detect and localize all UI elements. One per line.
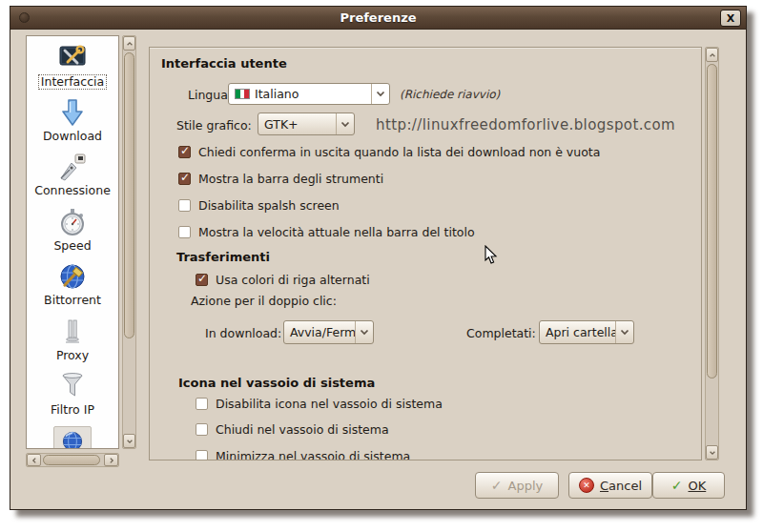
checkbox-label: Chiedi conferma in uscita quando la list… — [198, 145, 600, 159]
sidebar-item-download[interactable]: Download — [27, 97, 118, 143]
cancel-button-label: Cancel — [600, 479, 642, 493]
completed-label: Completati: — [466, 326, 536, 340]
checkbox[interactable] — [178, 173, 191, 185]
language-value: Italiano — [255, 87, 299, 101]
ok-button[interactable]: ✓ OK — [652, 472, 725, 499]
speed-icon — [57, 207, 88, 237]
checkbox[interactable] — [196, 274, 208, 286]
connection-icon — [57, 152, 88, 182]
checkbox-label: Usa colori di riga alternati — [216, 273, 370, 287]
checkbox-label: Disabilita spalsh screen — [198, 198, 340, 213]
sidebar-item-connessione[interactable]: Connessione — [27, 152, 118, 197]
sidebar-item-label: Speed — [52, 239, 93, 253]
section-title-trasferimenti: Trasferimenti — [176, 250, 270, 264]
style-select[interactable]: GTK+ — [258, 113, 355, 135]
language-label: Lingua: — [188, 88, 232, 102]
apply-button-label: Apply — [508, 479, 544, 493]
checkbox-row-show-speed-title[interactable]: Mostra la velocità attuale nella barra d… — [178, 225, 475, 239]
sidebar-item-label: Download — [41, 130, 104, 143]
scrollbar-thumb[interactable] — [707, 64, 717, 379]
double-click-label: Azione per il doppio clic: — [191, 294, 337, 308]
checkbox-row-confirm-exit[interactable]: Chiedi conferma in uscita quando la list… — [178, 145, 600, 159]
titlebar[interactable]: Preferenze X — [10, 7, 746, 30]
sidebar-item-filtro-ip[interactable]: Filtro IP — [27, 371, 118, 417]
chevron-up-icon — [126, 40, 134, 48]
category-list[interactable]: Interfaccia Download Connessione — [26, 35, 119, 449]
checkbox-row-alternate-colors[interactable]: Usa colori di riga alternati — [196, 273, 370, 287]
scrollbar-thumb[interactable] — [43, 455, 100, 465]
chevron-down-icon — [709, 449, 716, 457]
section-title-interfaccia-utente: Interfaccia utente — [161, 56, 287, 71]
sidebar-item-interfaccia[interactable]: Interfaccia — [27, 42, 118, 90]
scroll-up-button[interactable] — [123, 36, 135, 51]
sidebar-horizontal-scrollbar[interactable] — [26, 453, 119, 467]
completed-value: Apri cartella — [546, 325, 615, 339]
sidebar-item-label: Proxy — [54, 349, 91, 362]
apply-button[interactable]: ✓ Apply — [475, 472, 559, 499]
checkbox-row-close-to-tray[interactable]: Chiudi nel vassoio di sistema — [196, 422, 389, 437]
language-select[interactable]: Italiano — [228, 83, 390, 105]
scroll-down-button[interactable] — [123, 434, 135, 448]
checkbox-label: Mostra la barra degli strumenti — [198, 172, 383, 186]
checkbox[interactable] — [178, 146, 191, 158]
chevron-down-icon[interactable] — [371, 84, 389, 104]
check-icon: ✓ — [491, 479, 503, 492]
ip-filter-icon — [57, 371, 88, 401]
sidebar-item-speed[interactable]: Speed — [27, 207, 118, 253]
restart-note: (Richiede riavvio) — [400, 88, 500, 101]
close-button[interactable]: X — [720, 10, 741, 27]
sidebar-item-bittorrent[interactable]: Bittorrent — [27, 261, 118, 307]
scroll-down-button[interactable] — [706, 445, 718, 460]
sidebar-item-proxy[interactable]: Proxy — [27, 317, 118, 362]
completed-select[interactable]: Apri cartella — [539, 320, 634, 344]
mouse-cursor — [485, 245, 499, 266]
checkbox-row-minimize-to-tray[interactable]: Minimizza nel vassoio di sistema — [196, 449, 410, 460]
window-menu-button[interactable] — [19, 12, 30, 23]
checkbox[interactable] — [196, 398, 208, 410]
preferences-dialog: Preferenze X Interfaccia Download — [10, 6, 747, 510]
cancel-button[interactable]: ✕ Cancel — [568, 472, 652, 499]
chevron-down-icon — [126, 438, 134, 445]
style-value: GTK+ — [264, 117, 299, 132]
checkbox[interactable] — [196, 423, 208, 436]
checkbox-label: Disabilita icona nel vassoio di sistema — [216, 397, 443, 411]
cancel-icon: ✕ — [579, 478, 594, 493]
checkbox-row-show-toolbar[interactable]: Mostra la barra degli strumenti — [178, 172, 383, 186]
chevron-down-icon[interactable] — [336, 113, 354, 134]
italian-flag-icon — [235, 89, 250, 99]
scroll-up-button[interactable] — [706, 48, 718, 62]
sidebar-vertical-scrollbar[interactable] — [122, 35, 136, 449]
chevron-left-icon — [31, 457, 38, 464]
checkbox[interactable] — [178, 199, 191, 212]
content-vertical-scrollbar[interactable] — [705, 47, 719, 460]
checkbox-row-disable-tray[interactable]: Disabilita icona nel vassoio di sistema — [196, 397, 443, 411]
checkbox-label: Chiudi nel vassoio di sistema — [216, 422, 389, 437]
proxy-icon — [57, 317, 88, 347]
scroll-right-button[interactable] — [104, 454, 118, 466]
watermark-text: http://linuxfreedomforlive.blogspot.com — [376, 116, 675, 133]
checkbox-label: Mostra la velocità attuale nella barra d… — [198, 225, 475, 239]
scroll-left-button[interactable] — [27, 454, 41, 466]
checkbox[interactable] — [178, 226, 191, 238]
web-icon — [59, 428, 86, 449]
sidebar-item-label: Connessione — [32, 184, 113, 197]
chevron-right-icon — [108, 457, 115, 464]
chevron-up-icon — [709, 51, 716, 59]
sidebar-item-label: Bittorrent — [42, 294, 103, 307]
section-title-tray-icon: Icona nel vassoio di sistema — [178, 376, 375, 390]
icon-tile — [53, 426, 92, 449]
interface-icon — [57, 42, 88, 72]
sidebar-item-web[interactable] — [27, 426, 118, 449]
checkbox-label: Minimizza nel vassoio di sistema — [216, 449, 410, 460]
style-label: Stile grafico: — [176, 118, 252, 133]
check-icon: ✓ — [671, 479, 683, 492]
ok-button-label: OK — [688, 479, 706, 493]
checkbox[interactable] — [196, 450, 208, 460]
checkbox-row-disable-splash[interactable]: Disabilita spalsh screen — [178, 198, 340, 213]
chevron-down-icon[interactable] — [615, 321, 633, 343]
settings-panel: Interfaccia utente Lingua: Italiano (Ric… — [149, 47, 702, 460]
scrollbar-thumb[interactable] — [124, 52, 134, 338]
sidebar-item-label: Interfaccia — [38, 74, 107, 90]
in-download-select[interactable]: Avvia/Ferma — [283, 320, 374, 344]
chevron-down-icon[interactable] — [355, 321, 373, 343]
